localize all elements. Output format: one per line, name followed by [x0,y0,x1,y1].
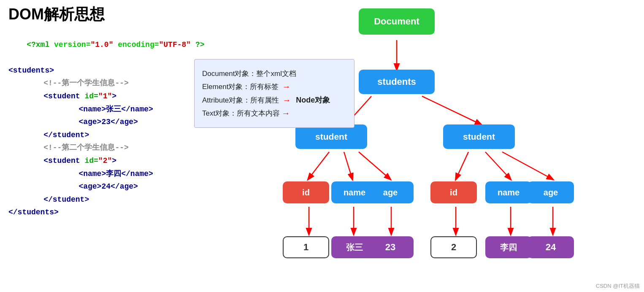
code-line-8: <!--第二个学生信息--> [8,141,203,154]
node-name2: name [485,181,532,203]
node-students: students [359,70,435,94]
code-area: <?xml version="1.0" encoding="UTF-8" ?> … [8,25,203,219]
node-val-1: 1 [283,236,329,258]
node-val-lisi: 李四 [485,236,532,258]
tree-area: Document students student student id nam… [317,0,637,292]
svg-line-3 [422,96,481,124]
node-age1: age [367,181,414,203]
svg-line-7 [456,152,468,179]
code-line-5: <name>张三</name> [8,103,203,116]
node-val-2: 2 [430,236,477,258]
code-line-4: <student id="1"> [8,90,203,103]
node-student2: student [443,124,515,149]
node-document: Document [359,8,435,35]
code-line-2: <students> [8,64,203,77]
node-id1: id [283,181,329,203]
node-age2: age [528,181,574,203]
node-student1: student [295,124,367,149]
code-line-3: <!--第一个学生信息--> [8,77,203,90]
legend-item-2: Element对象：所有标签 → [202,82,346,92]
code-line-10: <name>李四</name> [8,168,203,181]
node-val-24: 24 [528,236,574,258]
watermark: CSDN @IT机器猫 [596,282,640,290]
code-line-6: <age>23</age> [8,116,203,129]
svg-line-8 [485,152,511,179]
legend-item-4: Text对象：所有文本内容 → [202,108,346,118]
node-val-23: 23 [367,236,414,258]
svg-line-5 [344,152,352,179]
code-line-1: <?xml version="1.0" encoding="UTF-8" ?> [8,25,203,64]
svg-line-6 [359,152,390,179]
svg-line-9 [502,152,553,179]
legend-item-3: Attribute对象：所有属性 → Node对象 [202,95,346,105]
code-line-9: <student id="2"> [8,154,203,168]
code-line-11: <age>24</age> [8,180,203,193]
svg-line-4 [308,152,329,179]
legend-item-1: Document对象：整个xml文档 [202,69,346,78]
code-line-7: </student> [8,129,203,142]
code-line-13: </students> [8,206,203,219]
page-title: DOM解析思想 [8,4,105,25]
code-line-12: </student> [8,193,203,206]
node-id2: id [430,181,477,203]
legend-box: Document对象：整个xml文档 Element对象：所有标签 → Attr… [194,59,354,128]
